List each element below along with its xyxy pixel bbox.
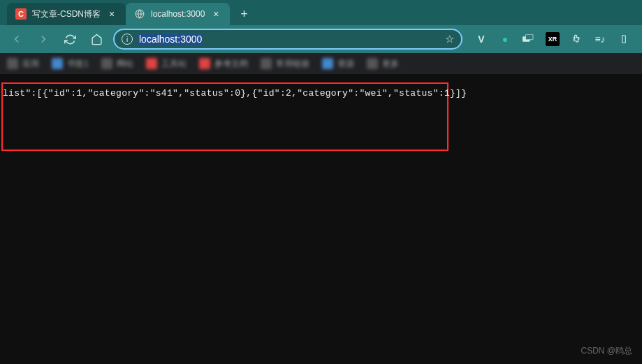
extensions-area: V ● XR ≡♪ [474, 32, 635, 46]
extension-dot-icon[interactable]: ● [498, 32, 512, 46]
tab-strip: C 写文章-CSDN博客 × localhost:3000 × + [0, 0, 642, 25]
svg-rect-2 [526, 34, 534, 40]
csdn-favicon-icon: C [15, 8, 27, 20]
bookmark-star-icon[interactable]: ☆ [445, 33, 454, 45]
csdn-watermark: CSDN @鸥总 [581, 345, 632, 357]
svg-rect-3 [622, 36, 626, 43]
bookmark-item[interactable]: 常用链接 [261, 58, 309, 70]
tab-localhost[interactable]: localhost:3000 × [126, 3, 230, 25]
site-info-icon[interactable]: i [122, 34, 133, 45]
bookmark-item[interactable]: 更多 [367, 58, 399, 70]
tab-csdn[interactable]: C 写文章-CSDN博客 × [7, 3, 126, 25]
close-tab-icon[interactable]: × [210, 8, 221, 20]
page-content: list":[{"id":1,"category":"s41","status"… [0, 74, 642, 364]
forward-button[interactable] [34, 29, 53, 49]
tab-title: 写文章-CSDN博客 [32, 8, 101, 20]
media-control-icon[interactable]: ≡♪ [593, 32, 607, 46]
address-bar[interactable]: i localhost:3000 ☆ [113, 29, 462, 50]
extension-xr-icon[interactable]: XR [546, 32, 560, 46]
new-tab-button[interactable]: + [234, 4, 254, 24]
bookmarks-bar: 应用 书签1 网站 工具站 参考文档 常用链接 资源 更多 [0, 53, 642, 74]
tab-title: localhost:3000 [151, 9, 205, 19]
extensions-puzzle-icon[interactable] [569, 32, 583, 46]
home-button[interactable] [87, 29, 106, 49]
extension-cards-icon[interactable] [522, 32, 536, 46]
url-text: localhost:3000 [138, 34, 439, 45]
extension-v-icon[interactable]: V [474, 32, 488, 46]
bookmark-item[interactable]: 书签1 [52, 58, 89, 70]
globe-favicon-icon [134, 8, 145, 20]
response-body-text: list":[{"id":1,"category":"s41","status"… [3, 88, 467, 99]
back-button[interactable] [7, 29, 27, 49]
bookmark-item[interactable]: 应用 [7, 58, 39, 70]
close-tab-icon[interactable]: × [106, 8, 117, 20]
bookmark-item[interactable]: 资源 [322, 58, 354, 70]
menu-kebab-icon[interactable] [617, 32, 631, 46]
browser-toolbar: i localhost:3000 ☆ V ● XR ≡♪ [0, 25, 642, 53]
bookmark-item[interactable]: 工具站 [146, 58, 187, 70]
bookmark-item[interactable]: 参考文档 [199, 58, 248, 70]
bookmark-item[interactable]: 网站 [101, 58, 133, 70]
reload-button[interactable] [60, 29, 80, 49]
